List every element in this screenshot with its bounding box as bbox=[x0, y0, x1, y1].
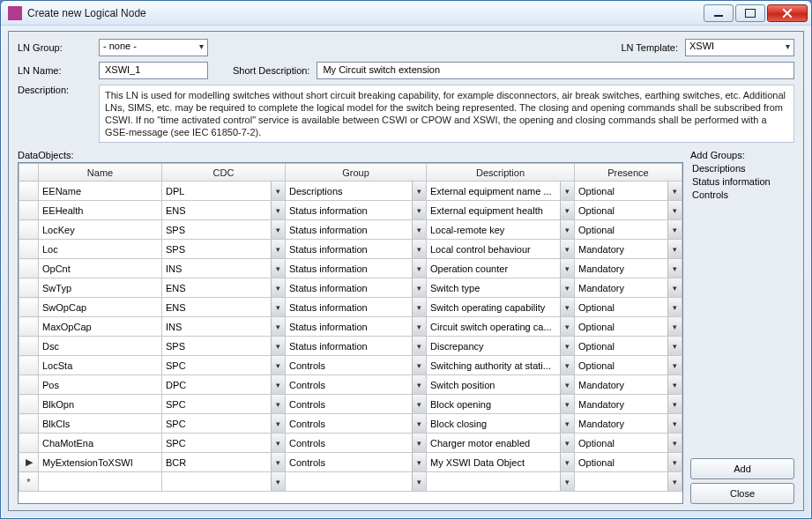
cell-desc[interactable]: Circuit switch operating ca...▾ bbox=[427, 317, 574, 336]
col-group[interactable]: Group bbox=[286, 164, 427, 182]
cell-cdc[interactable]: DPL▾ bbox=[162, 182, 285, 200]
cell-group[interactable]: Controls▾ bbox=[286, 434, 426, 452]
cell-cdc[interactable]: SPC▾ bbox=[162, 356, 285, 374]
maximize-button[interactable] bbox=[735, 4, 765, 22]
table-row[interactable]: SwOpCapENS▾Status information▾Switch ope… bbox=[19, 298, 682, 317]
cell-name[interactable]: LocKey bbox=[39, 225, 161, 235]
cell-presence[interactable]: Mandatory▾ bbox=[575, 278, 682, 297]
cell-desc[interactable]: Discrepancy▾ bbox=[427, 337, 574, 355]
cell-presence[interactable]: Optional▾ bbox=[575, 356, 682, 374]
cell-group[interactable]: Controls▾ bbox=[286, 375, 426, 394]
cell-cdc[interactable]: SPS▾ bbox=[162, 240, 285, 258]
cell-desc[interactable]: Operation counter▾ bbox=[427, 259, 574, 278]
table-row[interactable]: LocStaSPC▾Controls▾Switching authority a… bbox=[19, 356, 682, 375]
col-presence[interactable]: Presence bbox=[575, 164, 682, 182]
cell-presence[interactable]: Optional▾ bbox=[575, 182, 682, 200]
table-row[interactable]: PosDPC▾Controls▾Switch position▾Mandator… bbox=[19, 375, 682, 395]
table-row[interactable]: ▶MyExtensionToXSWIBCR▾Controls▾My XSWI D… bbox=[19, 453, 682, 472]
cell-group[interactable]: Descriptions▾ bbox=[286, 182, 426, 200]
cell-desc[interactable]: Local control behaviour▾ bbox=[427, 240, 574, 258]
cell-name[interactable]: MyExtensionToXSWI bbox=[39, 457, 161, 468]
cell-presence[interactable]: Optional▾ bbox=[575, 434, 682, 452]
table-row[interactable]: ChaMotEnaSPC▾Controls▾Charger motor enab… bbox=[19, 434, 682, 453]
short-desc-input[interactable] bbox=[321, 63, 790, 76]
cell-name[interactable]: Pos bbox=[39, 380, 161, 390]
table-row[interactable]: EENameDPL▾Descriptions▾External equipmen… bbox=[19, 182, 682, 201]
table-row[interactable]: EEHealthENS▾Status information▾External … bbox=[19, 201, 682, 220]
cell-group[interactable]: Status information▾ bbox=[286, 317, 426, 336]
cell-cdc[interactable]: ENS▾ bbox=[162, 278, 285, 297]
cell-name[interactable]: EEHealth bbox=[39, 205, 161, 216]
cell-presence[interactable]: Optional▾ bbox=[575, 337, 682, 355]
cell-group[interactable]: Status information▾ bbox=[286, 298, 426, 316]
table-row[interactable]: LocKeySPS▾Status information▾Local-remot… bbox=[19, 220, 682, 240]
cell-presence[interactable]: Mandatory▾ bbox=[575, 395, 682, 413]
cell-cdc[interactable]: ENS▾ bbox=[162, 201, 285, 219]
add-button[interactable]: Add bbox=[690, 458, 794, 479]
table-row[interactable]: OpCntINS▾Status information▾Operation co… bbox=[19, 259, 682, 278]
cell-name[interactable]: BlkOpn bbox=[39, 399, 161, 410]
new-row[interactable]: *▾▾▾▾ bbox=[19, 472, 682, 492]
cell-name[interactable]: EEName bbox=[39, 186, 161, 196]
cell-desc[interactable]: Charger motor enabled▾ bbox=[427, 434, 574, 452]
cell-presence[interactable]: Mandatory▾ bbox=[575, 414, 682, 433]
ln-template-select[interactable]: XSWI bbox=[685, 39, 794, 56]
cell-cdc[interactable]: ▾ bbox=[162, 472, 285, 491]
cell-name[interactable]: SwTyp bbox=[39, 283, 161, 293]
cell-group[interactable]: Controls▾ bbox=[286, 395, 426, 413]
table-row[interactable]: BlkClsSPC▾Controls▾Block closing▾Mandato… bbox=[19, 414, 682, 434]
cell-cdc[interactable]: DPC▾ bbox=[162, 375, 285, 394]
list-item[interactable]: Controls bbox=[690, 189, 794, 202]
cell-name[interactable]: Dsc bbox=[39, 341, 161, 352]
table-row[interactable]: BlkOpnSPC▾Controls▾Block opening▾Mandato… bbox=[19, 395, 682, 414]
cell-presence[interactable]: Optional▾ bbox=[575, 220, 682, 239]
cell-group[interactable]: Controls▾ bbox=[286, 356, 426, 374]
col-name[interactable]: Name bbox=[39, 164, 162, 182]
data-objects-grid[interactable]: Name CDC Group Description Presence EENa… bbox=[19, 163, 682, 492]
cell-cdc[interactable]: SPC▾ bbox=[162, 395, 285, 413]
cell-cdc[interactable]: SPS▾ bbox=[162, 337, 285, 355]
ln-name-field[interactable] bbox=[99, 62, 208, 79]
cell-cdc[interactable]: BCR▾ bbox=[162, 453, 285, 471]
cell-desc[interactable]: Switch operating capability▾ bbox=[427, 298, 574, 316]
table-row[interactable]: DscSPS▾Status information▾Discrepancy▾Op… bbox=[19, 337, 682, 356]
ln-group-select[interactable]: - none - bbox=[99, 39, 208, 56]
cell-desc[interactable]: Block opening▾ bbox=[427, 395, 574, 413]
table-row[interactable]: LocSPS▾Status information▾Local control … bbox=[19, 240, 682, 259]
cell-presence[interactable]: Optional▾ bbox=[575, 317, 682, 336]
cell-presence[interactable]: Mandatory▾ bbox=[575, 259, 682, 278]
cell-group[interactable]: Status information▾ bbox=[286, 278, 426, 297]
cell-name[interactable]: SwOpCap bbox=[39, 302, 161, 313]
cell-desc[interactable]: Switch position▾ bbox=[427, 375, 574, 394]
cell-presence[interactable]: ▾ bbox=[575, 472, 682, 491]
cell-desc[interactable]: External equipment name ...▾ bbox=[427, 182, 574, 200]
cell-group[interactable]: Status information▾ bbox=[286, 337, 426, 355]
cell-presence[interactable]: Mandatory▾ bbox=[575, 240, 682, 258]
cell-name[interactable]: Loc bbox=[39, 244, 161, 255]
cell-group[interactable]: Status information▾ bbox=[286, 201, 426, 219]
cell-presence[interactable]: Optional▾ bbox=[575, 453, 682, 471]
cell-cdc[interactable]: SPC▾ bbox=[162, 414, 285, 433]
cell-cdc[interactable]: INS▾ bbox=[162, 259, 285, 278]
ln-name-input[interactable] bbox=[103, 63, 204, 76]
cell-desc[interactable]: My XSWI Data Object▾ bbox=[427, 453, 574, 471]
cell-name[interactable]: OpCnt bbox=[39, 263, 161, 274]
cell-cdc[interactable]: ENS▾ bbox=[162, 298, 285, 316]
cell-group[interactable]: Status information▾ bbox=[286, 259, 426, 278]
add-groups-list[interactable]: DescriptionsStatus informationControls bbox=[690, 162, 794, 202]
cell-desc[interactable]: ▾ bbox=[427, 472, 574, 491]
cell-name[interactable]: MaxOpCap bbox=[39, 322, 161, 332]
col-desc[interactable]: Description bbox=[427, 164, 575, 182]
cell-group[interactable]: Status information▾ bbox=[286, 220, 426, 239]
cell-presence[interactable]: Mandatory▾ bbox=[575, 375, 682, 394]
col-cdc[interactable]: CDC bbox=[162, 164, 286, 182]
cell-desc[interactable]: Block closing▾ bbox=[427, 414, 574, 433]
short-desc-field[interactable] bbox=[317, 62, 794, 79]
cell-group[interactable]: Controls▾ bbox=[286, 453, 426, 471]
cell-presence[interactable]: Optional▾ bbox=[575, 201, 682, 219]
table-row[interactable]: MaxOpCapINS▾Status information▾Circuit s… bbox=[19, 317, 682, 337]
table-row[interactable]: SwTypENS▾Status information▾Switch type▾… bbox=[19, 278, 682, 298]
cell-group[interactable]: Status information▾ bbox=[286, 240, 426, 258]
cell-desc[interactable]: External equipment health▾ bbox=[427, 201, 574, 219]
close-button[interactable]: Close bbox=[690, 483, 794, 504]
